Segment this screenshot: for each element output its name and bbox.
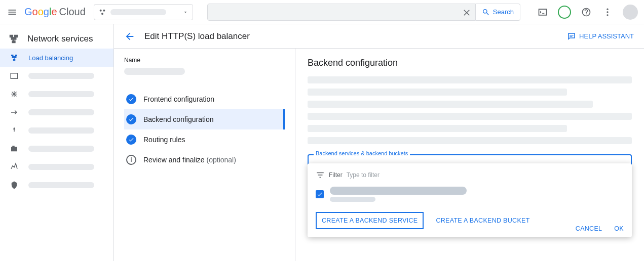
placeholder-line xyxy=(308,101,593,108)
help-assistant-button[interactable]: HELP ASSISTANT xyxy=(567,32,634,41)
tiers-icon xyxy=(9,162,19,172)
filter-label: Filter xyxy=(329,171,343,179)
back-arrow-icon[interactable] xyxy=(124,30,136,42)
svg-point-5 xyxy=(607,11,608,13)
project-name-placeholder xyxy=(110,9,166,15)
more-vert-icon[interactable] xyxy=(601,6,614,18)
svg-rect-7 xyxy=(11,73,18,79)
option-name-placeholder xyxy=(330,187,467,195)
directory-icon xyxy=(9,144,19,154)
help-icon[interactable] xyxy=(580,6,592,18)
sidebar-item[interactable] xyxy=(0,67,113,85)
step-routing[interactable]: Routing rules xyxy=(124,129,285,150)
psc-icon xyxy=(9,180,19,190)
placeholder-line xyxy=(308,89,567,96)
project-icon xyxy=(98,8,106,16)
create-backend-service-button[interactable]: CREATE A BACKEND SERVICE xyxy=(316,212,424,229)
google-cloud-logo[interactable]: Google Cloud xyxy=(24,6,86,18)
menu-icon[interactable] xyxy=(6,6,18,18)
nat-icon xyxy=(9,107,19,117)
placeholder-line xyxy=(308,76,632,83)
svg-point-2 xyxy=(101,13,103,15)
check-icon xyxy=(126,114,136,124)
top-bar: Google Cloud Search xyxy=(0,0,644,24)
sidebar-item-load-balancing[interactable]: Load balancing xyxy=(0,49,113,67)
svg-point-6 xyxy=(607,14,608,16)
chevron-down-icon xyxy=(182,9,188,15)
create-backend-bucket-button[interactable]: CREATE A BACKEND BUCKET xyxy=(436,212,529,229)
search-button[interactable]: Search xyxy=(476,4,520,21)
search-icon xyxy=(482,8,490,16)
checkbox-checked-icon[interactable] xyxy=(316,190,324,198)
content-body: Name Frontend configuration Backend conf… xyxy=(114,49,644,261)
option-sub-placeholder xyxy=(330,197,375,202)
filter-icon xyxy=(316,170,325,180)
placeholder-line xyxy=(308,113,632,120)
sidebar-item[interactable] xyxy=(0,103,113,121)
step-frontend[interactable]: Frontend configuration xyxy=(124,89,285,109)
step-backend[interactable]: Backend configuration xyxy=(124,109,285,129)
svg-point-0 xyxy=(99,9,101,11)
step-review[interactable]: i Review and finalize (optional) xyxy=(124,150,285,170)
topbar-actions xyxy=(537,5,638,20)
sidebar-title: Network services xyxy=(0,29,113,49)
content-header: Edit HTTP(S) load balancer HELP ASSISTAN… xyxy=(114,24,644,49)
dialog-actions: CANCEL OK xyxy=(576,225,624,232)
main: Network services Load balancing xyxy=(0,24,644,261)
svg-rect-9 xyxy=(12,146,15,147)
sidebar: Network services Load balancing xyxy=(0,24,114,261)
traffic-icon xyxy=(9,125,19,136)
close-icon[interactable] xyxy=(462,8,471,17)
placeholder-line xyxy=(308,125,567,132)
dropdown-legend: Backend services & backend buckets xyxy=(314,150,410,156)
network-services-icon xyxy=(8,33,19,45)
ok-button[interactable]: OK xyxy=(614,225,624,232)
cdn-icon xyxy=(9,89,19,99)
dropdown-popup: Filter Type to filter xyxy=(308,163,632,237)
filter-row[interactable]: Filter Type to filter xyxy=(308,167,632,183)
search-container: Search xyxy=(207,4,520,21)
placeholder-line xyxy=(308,137,632,144)
svg-point-1 xyxy=(103,9,105,11)
edit-steps-panel: Name Frontend configuration Backend conf… xyxy=(114,49,295,261)
content: Edit HTTP(S) load balancer HELP ASSISTAN… xyxy=(114,24,644,261)
chat-icon xyxy=(567,32,576,41)
filter-hint: Type to filter xyxy=(347,171,380,179)
section-title: Backend configuration xyxy=(308,58,632,68)
cancel-button[interactable]: CANCEL xyxy=(576,225,602,232)
lb-name-placeholder xyxy=(124,68,185,75)
status-ring-icon[interactable] xyxy=(558,6,571,19)
sidebar-item[interactable] xyxy=(0,85,113,103)
sidebar-item[interactable] xyxy=(0,121,113,140)
name-label: Name xyxy=(124,57,285,64)
account-avatar[interactable] xyxy=(623,5,638,20)
sidebar-item[interactable] xyxy=(0,140,113,158)
svg-point-4 xyxy=(607,8,608,10)
search-button-label: Search xyxy=(493,8,514,16)
backend-config-panel: Backend configuration Backend services &… xyxy=(295,49,644,261)
cloud-shell-icon[interactable] xyxy=(537,6,549,18)
sidebar-item[interactable] xyxy=(0,176,113,194)
backend-services-dropdown[interactable]: Backend services & backend buckets B Fil… xyxy=(308,154,632,175)
svg-rect-8 xyxy=(11,147,17,151)
dns-icon xyxy=(9,71,19,81)
search-input[interactable] xyxy=(207,4,476,21)
sidebar-item-label: Load balancing xyxy=(28,54,73,62)
info-icon: i xyxy=(126,155,136,165)
check-icon xyxy=(126,135,136,145)
project-picker[interactable] xyxy=(94,4,193,20)
check-icon xyxy=(126,94,136,104)
page-title: Edit HTTP(S) load balancer xyxy=(144,31,250,41)
backend-option[interactable] xyxy=(308,183,632,206)
load-balancing-icon xyxy=(9,53,19,63)
sidebar-item[interactable] xyxy=(0,158,113,176)
